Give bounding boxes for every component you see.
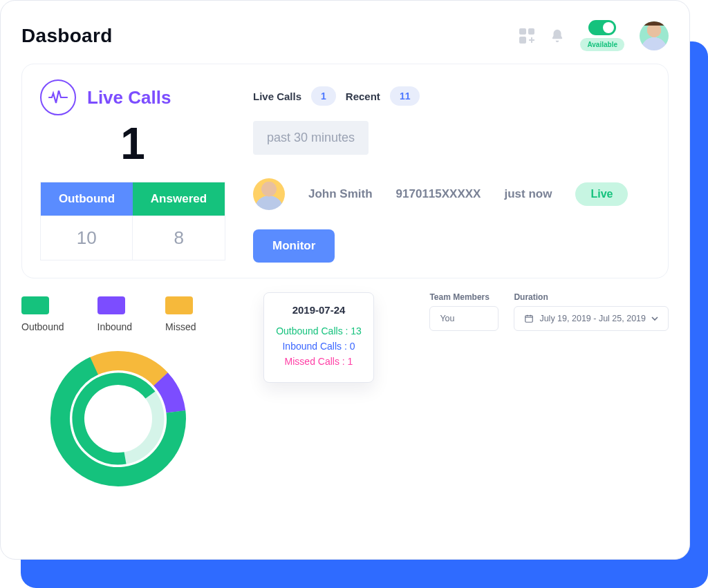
call-time-ago: just now — [504, 187, 552, 201]
calls-trend-chart: 0153045602019-07-192019-07-202019-07-212… — [236, 368, 651, 506]
availability-status: Available — [580, 20, 624, 51]
pulse-icon — [40, 79, 76, 115]
dashboard-panel: Dasboard Available Live Calls 1 — [0, 0, 690, 560]
recent-count-pill: 11 — [390, 86, 420, 106]
answered-value: 8 — [133, 216, 225, 260]
outbound-header: Outbound — [41, 182, 133, 216]
legend-swatch-inbound — [97, 296, 125, 314]
legend-label-outbound: Outbound — [21, 321, 64, 332]
apps-grid-icon[interactable] — [519, 28, 534, 44]
caller-number: 9170115XXXXX — [396, 187, 481, 201]
legend-swatch-outbound — [21, 296, 49, 314]
stats-table: Outbound Answered 10 8 — [40, 182, 225, 260]
page-title: Dasboard — [21, 25, 113, 47]
tooltip-date: 2019-07-24 — [274, 304, 364, 316]
calendar-icon — [524, 314, 534, 323]
availability-toggle[interactable] — [588, 20, 616, 35]
legend-label-inbound: Inbound — [97, 321, 133, 332]
availability-label: Available — [580, 38, 624, 51]
live-calls-title: Live Calls — [87, 87, 171, 108]
team-members-select[interactable]: You — [429, 306, 499, 331]
duration-label: Duration — [514, 292, 669, 302]
analytics-section: Outbound Inbound Missed — [21, 296, 669, 509]
time-range-chip: past 30 minutes — [253, 121, 369, 155]
chart-filters: Team Members You Duration July 19, 2019 … — [429, 292, 669, 331]
header-actions: Available — [519, 20, 669, 51]
team-members-label: Team Members — [429, 292, 499, 302]
legend-label-missed: Missed — [165, 321, 196, 332]
duration-field: Duration July 19, 2019 - Jul 25, 2019 — [514, 292, 669, 331]
caller-avatar — [253, 178, 285, 210]
legend-swatch-missed — [165, 296, 193, 314]
active-call-row: John Smith 9170115XXXXX just now Live — [253, 178, 650, 210]
outbound-value: 10 — [41, 216, 133, 260]
notifications-icon[interactable] — [550, 28, 565, 44]
donut-chart — [21, 346, 215, 491]
live-count-pill: 1 — [311, 86, 336, 106]
header: Dasboard Available — [21, 20, 669, 51]
caller-name: John Smith — [308, 187, 373, 201]
tooltip-outbound: Outbound Calls : 13 — [274, 325, 364, 336]
duration-select[interactable]: July 19, 2019 - Jul 25, 2019 — [514, 306, 669, 331]
live-calls-card: Live Calls 1 Outbound Answered 10 8 Live… — [21, 64, 669, 278]
tooltip-missed: Missed Calls : 1 — [274, 356, 364, 367]
team-members-field: Team Members You — [429, 292, 499, 331]
tooltip-inbound: Inbound Calls : 0 — [274, 341, 364, 352]
monitor-button[interactable]: Monitor — [253, 229, 335, 263]
call-status-chip: Live — [575, 182, 628, 206]
live-count-label: Live Calls — [253, 91, 301, 102]
answered-header: Answered — [133, 182, 225, 216]
recent-count-label: Recent — [346, 91, 380, 102]
user-avatar[interactable] — [640, 21, 669, 50]
chevron-down-icon — [651, 315, 658, 322]
live-calls-count: 1 — [40, 118, 225, 169]
legend: Outbound Inbound Missed — [21, 296, 215, 332]
svg-rect-5 — [525, 316, 533, 322]
chart-tooltip: 2019-07-24 Outbound Calls : 13 Inbound C… — [263, 292, 374, 383]
